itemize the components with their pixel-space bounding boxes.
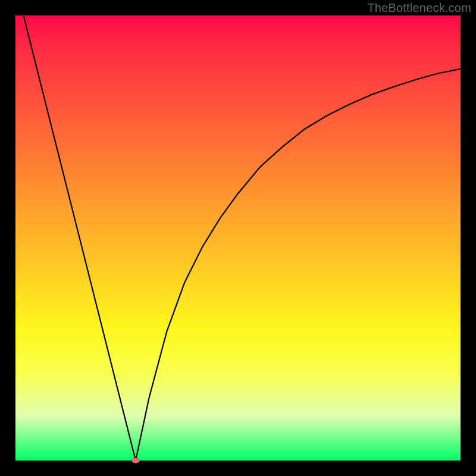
- minimum-marker: [131, 458, 140, 464]
- bottleneck-curve: [15, 15, 461, 461]
- watermark-text: TheBottleneck.com: [367, 1, 471, 15]
- chart-frame: TheBottleneck.com: [0, 0, 476, 476]
- curve-path: [23, 15, 461, 461]
- plot-area: [15, 15, 461, 461]
